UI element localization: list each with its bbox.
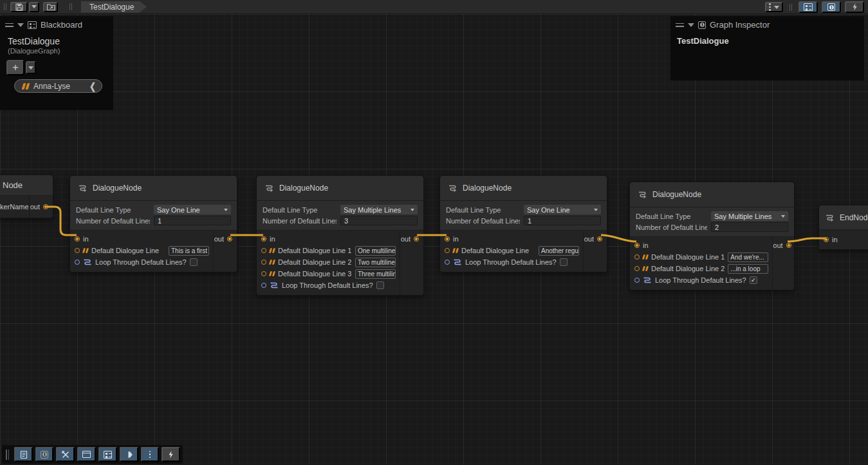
save-options-dropdown[interactable] [29,2,39,12]
toggle-blackboard-button[interactable] [98,447,117,462]
dialogue-line-field[interactable]: Another regu [539,246,579,256]
number-of-lines-field[interactable]: 1 [524,216,601,225]
line-type-dropdown[interactable]: Say Multiple Lines [340,205,418,214]
in-port[interactable] [445,236,450,242]
number-of-lines-field[interactable]: 3 [340,216,418,225]
port-label: Default Dialogue Line 1 [651,253,725,261]
node-header[interactable]: EndNode [819,205,868,229]
number-of-lines-field[interactable]: 2 [711,222,788,232]
in-port[interactable] [261,236,266,242]
dialogue-line-field[interactable]: Three multilin [355,269,396,279]
loop-checkbox[interactable] [376,281,384,289]
graph-type: (DialogueGraph) [8,47,113,55]
info-icon [827,3,835,11]
port-label: Loop Through Default Lines? [282,281,373,289]
speaker-node-partial[interactable]: Node kerName out [0,175,53,218]
dialogue-line-port[interactable] [634,254,640,260]
more-options-button[interactable] [765,2,783,12]
toggle-blackboard-button[interactable] [799,1,818,13]
chevron-left-icon[interactable]: ❮ [89,81,96,91]
loop-port[interactable] [261,283,266,288]
in-port-label: in [453,235,459,243]
toolbar-drag-handle[interactable] [4,3,6,10]
dialogue-line-port[interactable] [445,248,450,253]
in-port[interactable] [634,243,640,248]
chevron-down-icon[interactable] [17,23,24,27]
loop-checkbox[interactable] [560,258,568,266]
quote-icon [270,260,275,265]
more-options-button[interactable] [141,447,159,462]
dialogue-line-field[interactable]: And we're... [728,252,768,262]
in-port[interactable] [824,237,829,242]
prop-label: Default Line Type [263,206,337,214]
dialogue-line-field[interactable]: One multiline [355,246,396,256]
save-icon [15,3,24,12]
dialogue-node-4[interactable]: DialogueNode Default Line Type Say Multi… [629,182,795,290]
loop-port[interactable] [634,278,640,283]
dialogue-line-port[interactable] [634,266,640,271]
out-port[interactable] [597,236,602,242]
out-port[interactable] [227,236,232,242]
hamburger-icon [5,23,14,27]
out-port[interactable] [786,243,791,248]
add-variable-dropdown[interactable] [26,61,36,74]
toggle-live-preview-button[interactable] [845,1,864,13]
chevron-down-icon[interactable] [688,23,694,27]
open-asset-button[interactable] [43,2,58,12]
toggle-live-button[interactable] [162,447,180,462]
blackboard-variable-anna-lyse[interactable]: Anna-Lyse ❮ [14,79,102,93]
dialogue-line-port[interactable] [261,248,266,253]
bolt-icon [851,3,859,12]
toggle-tools-button[interactable] [56,447,75,462]
number-of-lines-field[interactable]: 1 [154,216,231,225]
dialogue-line-port[interactable] [75,248,80,253]
variable-label: Anna-Lyse [33,82,70,91]
prop-label: Default Line Type [76,206,150,214]
out-port[interactable] [43,204,48,209]
toolbar-drag-handle[interactable] [6,450,9,460]
graph-editor-window: TestDialogue [0,0,868,465]
toggle-preview-button[interactable] [120,447,138,462]
line-type-dropdown[interactable]: Say One Line [524,205,601,214]
end-node[interactable]: EndNode in [818,205,868,250]
dialogue-node-1[interactable]: DialogueNode Default Line Type Say One L… [69,175,237,272]
toggle-console-button[interactable] [14,447,33,462]
line-type-dropdown[interactable]: Say One Line [154,205,231,214]
node-header[interactable]: DialogueNode [630,182,794,207]
dropdown-value: Say One Line [157,206,200,214]
dialogue-node-2[interactable]: DialogueNode Default Line Type Say Multi… [256,175,424,296]
dialogue-line-field[interactable]: ...in a loop [728,264,768,274]
blackboard-header[interactable]: Blackboard [0,16,113,33]
out-port[interactable] [414,236,419,242]
node-header[interactable]: Node [0,175,53,195]
toggle-inspector-button[interactable] [35,447,53,462]
toggle-graph-inspector-button[interactable] [822,1,841,13]
quote-icon [23,83,29,90]
node-icon [448,184,457,193]
dialogue-line-field[interactable]: This is a first [169,246,209,256]
save-button[interactable] [10,2,28,12]
dialogue-line-field[interactable]: Two multiline [355,258,396,267]
node-title: EndNode [840,213,868,222]
node-header[interactable]: DialogueNode [257,176,423,200]
loop-port[interactable] [75,260,80,265]
graph-inspector-header[interactable]: Graph Inspector [670,16,864,33]
port-label: Default Dialogue Line [91,247,159,254]
line-type-dropdown[interactable]: Say Multiple Lines [711,211,788,221]
loop-checkbox[interactable]: ✓ [750,276,757,284]
breadcrumb-tab-testdialogue[interactable]: TestDialogue [81,1,147,13]
add-variable-button[interactable]: + [6,60,24,75]
node-header[interactable]: DialogueNode [440,176,607,200]
dialogue-line-port[interactable] [261,260,266,265]
loop-port[interactable] [445,260,450,265]
dialogue-line-port[interactable] [261,271,266,276]
in-port[interactable] [75,236,80,242]
dialogue-node-3[interactable]: DialogueNode Default Line Type Say One L… [439,175,607,272]
quote-icon [270,271,275,276]
blackboard-icon [104,451,112,459]
loop-checkbox[interactable] [190,258,198,266]
panel-title: Graph Inspector [710,20,770,30]
toggle-window-button[interactable] [77,447,96,462]
node-header[interactable]: DialogueNode [70,176,237,200]
port-label: Loop Through Default Lines? [465,258,557,266]
